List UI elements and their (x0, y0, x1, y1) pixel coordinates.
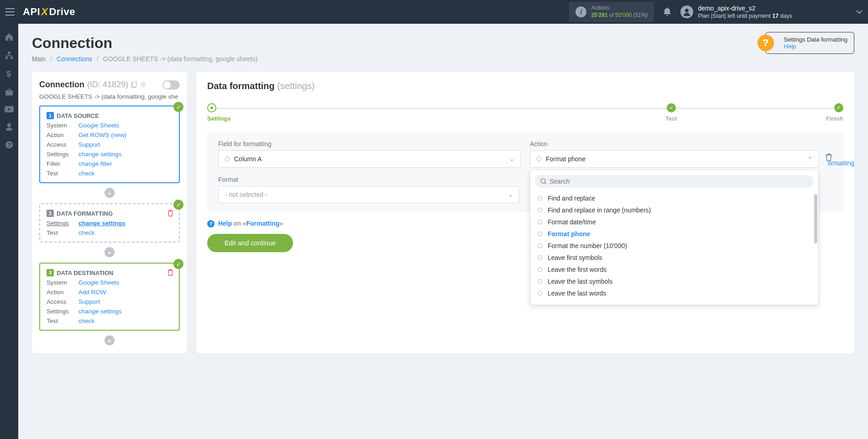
logo[interactable]: API X Drive (23, 6, 75, 18)
step-data-formatting: ✓ 2DATA FORMATTING Settingschange settin… (39, 203, 180, 243)
ds-test[interactable]: check (78, 170, 94, 177)
ds-action[interactable]: Get ROWS (new) (78, 132, 126, 138)
dropdown-option[interactable]: Find and replace (535, 192, 814, 204)
actions-of: of (609, 12, 614, 18)
df-test[interactable]: check (78, 229, 94, 236)
step-num-2: 2 (47, 210, 54, 217)
gear-icon[interactable] (140, 81, 146, 88)
svg-text:?: ? (8, 142, 11, 148)
page-title: Connection (32, 35, 854, 52)
svg-rect-2 (5, 57, 8, 59)
briefcase-icon[interactable] (5, 89, 13, 96)
search-input[interactable] (549, 178, 808, 185)
dropdown-option[interactable]: Format phone (535, 228, 814, 240)
sitemap-icon[interactable] (5, 51, 13, 59)
actions-counter[interactable]: i Actions: 25'281 of 50'000 (51%) (569, 2, 654, 21)
stepper-test[interactable]: ✓Test (517, 103, 826, 122)
chevron-down-icon[interactable] (792, 10, 863, 14)
svg-text:$: $ (6, 69, 11, 79)
dropdown-option[interactable]: Leave the last symbols (535, 275, 814, 287)
left-nav: $ ? (0, 24, 18, 439)
user-days-suffix: days (779, 13, 792, 19)
dropdown-option[interactable]: Format date/time (535, 216, 814, 228)
avatar-icon (680, 5, 693, 18)
breadcrumb-connections[interactable]: Connections (57, 55, 92, 63)
svg-point-7 (7, 123, 11, 127)
action-select[interactable]: Format phone⌃ (530, 150, 819, 168)
format-select[interactable]: - not selected -⌄ (218, 186, 519, 203)
question-icon[interactable]: ? (5, 141, 13, 149)
trash-icon[interactable] (167, 210, 173, 217)
stepper-settings[interactable]: Settings (207, 103, 517, 122)
enable-toggle[interactable] (162, 80, 180, 90)
ds-system[interactable]: Google Sheets (78, 122, 119, 129)
step-data-source: ✓ 1DATA SOURCE SystemGoogle Sheets Actio… (39, 106, 180, 183)
action-dropdown: Find and replaceFind and replace in rang… (530, 170, 819, 305)
copy-icon[interactable] (131, 81, 137, 88)
logo-api: API (23, 6, 40, 18)
search-icon (540, 178, 547, 185)
df-settings[interactable]: change settings (78, 220, 125, 227)
dropdown-option[interactable]: Find and replace in range (numbers) (535, 204, 814, 216)
home-icon[interactable] (5, 33, 13, 41)
dd-access[interactable]: Support (78, 298, 100, 305)
svg-point-11 (142, 84, 144, 86)
actions-pct: (51%) (633, 12, 648, 18)
edit-continue-button[interactable]: Edit and continue (207, 234, 293, 252)
breadcrumb: Main / Connections / GOOGLE SHEETS -> (d… (32, 55, 854, 63)
svg-point-0 (685, 9, 689, 12)
add-step-button-1[interactable]: + (105, 188, 115, 198)
step-title-1: DATA SOURCE (57, 112, 99, 119)
svg-rect-10 (132, 82, 136, 87)
add-step-button-3[interactable]: + (105, 335, 115, 345)
menu-icon[interactable] (5, 8, 16, 16)
dropdown-search[interactable] (535, 175, 814, 188)
ds-access[interactable]: Support (78, 141, 100, 148)
help-formatting-link[interactable]: Formatting (246, 220, 279, 227)
add-step-button-2[interactable]: + (105, 247, 115, 257)
svg-rect-5 (5, 90, 13, 95)
actions-total: 50'000 (615, 12, 632, 18)
chevron-down-icon: ⌄ (508, 192, 512, 198)
bell-icon[interactable] (663, 7, 671, 16)
logo-drive: Drive (49, 6, 75, 18)
add-formatting-link[interactable]: ormatting (828, 159, 854, 167)
check-icon: ✓ (173, 259, 183, 269)
dd-settings[interactable]: change settings (78, 308, 122, 315)
content-title: Data formatting (207, 81, 275, 91)
actions-label: Actions: (591, 5, 648, 12)
breadcrumb-main[interactable]: Main (32, 55, 46, 63)
app-header: API X Drive i Actions: 25'281 of 50'000 … (0, 0, 868, 24)
dd-action[interactable]: Add ROW (78, 289, 106, 296)
user-menu[interactable]: demo_apix-drive_s2 Plan |Start| left unt… (680, 4, 792, 20)
help-qmark-icon[interactable]: ? (758, 35, 774, 51)
help-link[interactable]: Help (218, 220, 232, 227)
dropdown-option[interactable]: Leave the last words (535, 287, 814, 299)
connection-sidecard: Connection (ID: 41829) GOOGLE SHEETS -> … (32, 72, 187, 354)
actions-used: 25'281 (591, 12, 607, 18)
dd-test[interactable]: check (78, 317, 94, 324)
ds-settings[interactable]: change settings (78, 151, 122, 158)
chevron-down-icon: ⌄ (510, 156, 514, 162)
trash-icon[interactable] (167, 269, 173, 276)
form-area: Field for formatting Column A⌄ Action Fo… (207, 131, 843, 212)
dropdown-option[interactable]: Leave the first words (535, 264, 814, 275)
user-icon[interactable] (5, 122, 13, 131)
dropdown-option[interactable]: Leave first symbols (535, 252, 814, 264)
dropdown-option[interactable]: Format the number (10'000) (535, 240, 814, 252)
help-tooltip-link[interactable]: Help (784, 43, 847, 50)
action-value: Format phone (546, 155, 808, 163)
step-num-1: 1 (47, 112, 54, 119)
svg-rect-3 (10, 57, 13, 59)
field-label: Field for formatting (218, 140, 521, 148)
dd-system[interactable]: Google Sheets (78, 279, 119, 286)
video-icon[interactable] (5, 106, 14, 112)
format-value: - not selected - (225, 191, 508, 198)
ds-filter[interactable]: change filter (78, 160, 112, 167)
field-select[interactable]: Column A⌄ (218, 150, 521, 168)
content-card: Data formatting (settings) Settings ✓Tes… (196, 72, 854, 354)
scrollbar[interactable] (814, 194, 817, 243)
stepper-finish[interactable]: ✓Finish (826, 103, 843, 122)
dollar-icon[interactable]: $ (6, 69, 12, 79)
help-icon: ? (207, 220, 214, 227)
